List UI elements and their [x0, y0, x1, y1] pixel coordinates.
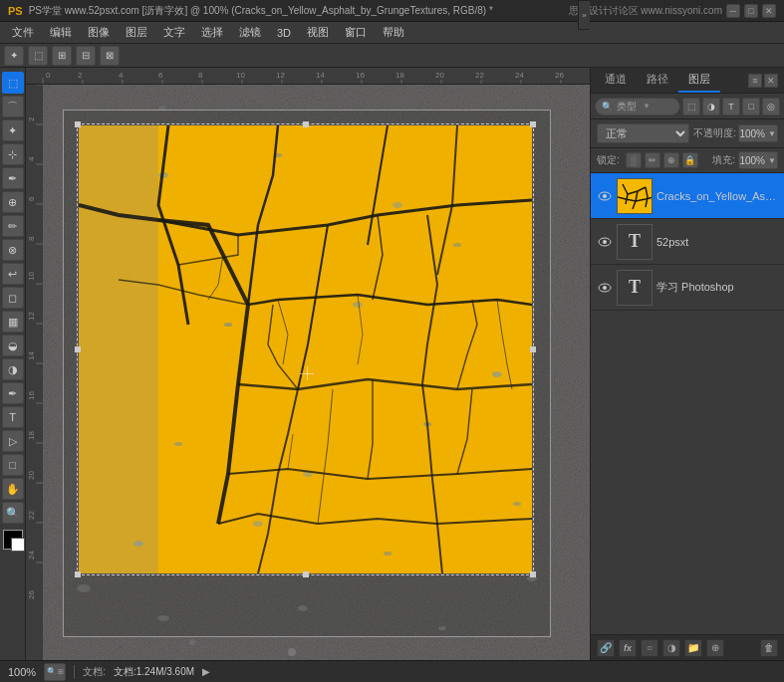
- svg-text:14: 14: [27, 351, 36, 360]
- menu-window[interactable]: 窗口: [337, 23, 375, 42]
- new-fill-adj-button[interactable]: ◑: [662, 639, 680, 657]
- menu-select[interactable]: 选择: [193, 23, 231, 42]
- tool-lasso[interactable]: ⌒: [2, 96, 24, 117]
- tool-clone-stamp[interactable]: ⊗: [2, 239, 24, 261]
- layer-item-cracks[interactable]: Cracks_on_Yellow_Asph...: [591, 173, 784, 219]
- layer-style-button[interactable]: fx: [619, 639, 637, 657]
- new-layer-button[interactable]: ⊕: [706, 639, 724, 657]
- menu-file[interactable]: 文件: [4, 23, 42, 42]
- left-toolbar: ⬚ ⌒ ✦ ⊹ ✒ ⊕ ✏ ⊗ ↩ ◻ ▦ ◒ ◑ ✒ T ▷ □ ✋ 🔍: [0, 68, 26, 660]
- blend-mode-select[interactable]: 正常: [597, 123, 689, 143]
- menu-filter[interactable]: 滤镜: [231, 23, 269, 42]
- options-b[interactable]: ⊞: [52, 46, 72, 66]
- tool-spot-heal[interactable]: ⊕: [2, 191, 24, 213]
- lock-transparent-button[interactable]: ░: [626, 152, 642, 168]
- filter-smart-icon[interactable]: ◎: [762, 98, 780, 115]
- filter-adj-icon[interactable]: ◑: [702, 98, 720, 115]
- tool-eyedropper[interactable]: ✒: [2, 167, 24, 189]
- layer-eye-learn-ps[interactable]: [597, 280, 613, 296]
- canvas-content[interactable]: [43, 85, 590, 660]
- canvas-area[interactable]: 0 2 4 6 8 10 12 14 16: [26, 68, 590, 660]
- tool-brush[interactable]: ✏: [2, 215, 24, 237]
- tool-blur[interactable]: ◒: [2, 335, 24, 356]
- tool-dodge[interactable]: ◑: [2, 358, 24, 380]
- close-button[interactable]: ✕: [762, 4, 776, 18]
- image-canvas: [63, 110, 551, 637]
- filter-pixel-icon[interactable]: ⬚: [682, 98, 700, 115]
- tool-eraser[interactable]: ◻: [2, 287, 24, 309]
- tool-type[interactable]: T: [2, 406, 24, 428]
- filter-type-arrow: ▼: [643, 102, 651, 111]
- filter-type-label: 类型: [617, 100, 637, 114]
- menu-view[interactable]: 视图: [299, 23, 337, 42]
- layer-eye-52psxt[interactable]: [597, 234, 613, 250]
- svg-text:16: 16: [356, 71, 365, 80]
- svg-point-94: [603, 194, 607, 198]
- svg-text:24: 24: [27, 551, 36, 560]
- panel-toolbar: 🔍 类型 ▼ ⬚ ◑ T □ ◎: [591, 94, 784, 119]
- add-mask-button[interactable]: ○: [641, 639, 658, 657]
- fill-group: 填充: ▼: [712, 151, 778, 169]
- layer-search[interactable]: 🔍 类型 ▼: [595, 98, 680, 115]
- title-bar-left: PS PS学堂 www.52psxt.com [沥青字效] @ 100% (Cr…: [8, 4, 493, 18]
- delete-layer-button[interactable]: 🗑: [760, 639, 778, 657]
- minimize-button[interactable]: ─: [726, 4, 740, 18]
- zoom-controls[interactable]: 🔍 ⊞: [44, 663, 66, 681]
- tool-crop[interactable]: ⊹: [2, 143, 24, 165]
- status-expand-button[interactable]: ▶: [202, 666, 210, 677]
- tab-paths[interactable]: 路径: [637, 68, 678, 93]
- options-d[interactable]: ⊠: [100, 46, 120, 66]
- layer-name-learn-ps: 学习 Photoshop: [656, 280, 778, 295]
- svg-point-97: [603, 240, 607, 244]
- tool-zoom[interactable]: 🔍: [2, 502, 24, 524]
- filter-shape-icon[interactable]: □: [742, 98, 760, 115]
- lock-image-button[interactable]: ✏: [645, 152, 660, 168]
- tool-icon[interactable]: ✦: [4, 46, 24, 66]
- panel-collapse-arrow[interactable]: »: [578, 0, 590, 30]
- tool-shape[interactable]: □: [2, 454, 24, 476]
- layer-item-52psxt[interactable]: T 52psxt: [591, 219, 784, 265]
- panel-options-button[interactable]: ≡: [748, 74, 762, 88]
- layers-list: Cracks_on_Yellow_Asph... T 52psxt: [591, 173, 784, 634]
- options-bar: ✦ ⬚ ⊞ ⊟ ⊠: [0, 44, 784, 68]
- tab-layers[interactable]: 图层: [678, 68, 720, 93]
- tool-path-select[interactable]: ▷: [2, 430, 24, 452]
- svg-point-75: [157, 615, 169, 621]
- ruler-left: 2 4 6 8 10 12 14 16 18: [26, 85, 43, 660]
- fill-label: 填充:: [712, 153, 735, 167]
- tool-magic-wand[interactable]: ✦: [2, 119, 24, 141]
- menu-edit[interactable]: 编辑: [42, 23, 80, 42]
- layer-name-cracks: Cracks_on_Yellow_Asph...: [656, 190, 778, 202]
- tool-marquee[interactable]: ⬚: [2, 72, 24, 94]
- menu-3d[interactable]: 3D: [269, 25, 299, 41]
- menu-type[interactable]: 文字: [155, 23, 193, 42]
- tool-gradient[interactable]: ▦: [2, 311, 24, 333]
- panel-close-button[interactable]: ✕: [764, 74, 778, 88]
- menu-image[interactable]: 图像: [80, 23, 118, 42]
- title-bar-right: 思绪设计讨论区 www.nissyoni.com ─ □ ✕: [569, 4, 776, 18]
- tool-pen[interactable]: ✒: [2, 382, 24, 404]
- options-a[interactable]: ⬚: [28, 46, 48, 66]
- filter-type-icon[interactable]: T: [722, 98, 740, 115]
- svg-point-81: [392, 202, 402, 208]
- svg-text:26: 26: [555, 71, 564, 80]
- layer-thumbnail-52psxt: T: [617, 224, 653, 260]
- link-layers-button[interactable]: 🔗: [597, 639, 615, 657]
- svg-point-76: [438, 626, 446, 630]
- tool-history-brush[interactable]: ↩: [2, 263, 24, 285]
- new-group-button[interactable]: 📁: [684, 639, 702, 657]
- tab-channels[interactable]: 通道: [595, 68, 637, 93]
- tool-hand[interactable]: ✋: [2, 478, 24, 500]
- svg-text:12: 12: [276, 71, 285, 80]
- options-c[interactable]: ⊟: [76, 46, 96, 66]
- layer-eye-cracks[interactable]: [597, 188, 613, 204]
- maximize-button[interactable]: □: [744, 4, 758, 18]
- menu-layer[interactable]: 图层: [118, 23, 155, 42]
- svg-text:6: 6: [27, 196, 36, 201]
- foreground-background-color[interactable]: [3, 530, 23, 550]
- lock-all-button[interactable]: 🔒: [682, 152, 698, 168]
- layer-item-learn-ps[interactable]: T 学习 Photoshop: [591, 265, 784, 311]
- lock-position-button[interactable]: ⊕: [663, 152, 679, 168]
- menu-help[interactable]: 帮助: [375, 23, 412, 42]
- svg-text:12: 12: [27, 312, 36, 321]
